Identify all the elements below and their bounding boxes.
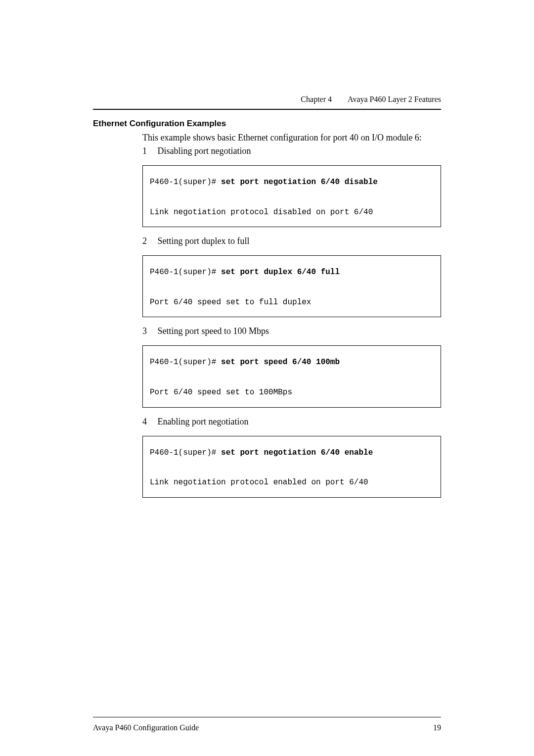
step-4-code-block: P460-1(super)# set port negotiation 6/40…	[142, 436, 441, 498]
page-footer: Avaya P460 Configuration Guide 19	[93, 723, 441, 732]
step-1-prompt-line: P460-1(super)# set port negotiation 6/40…	[150, 175, 434, 189]
step-1-output: Link negotiation protocol disabled on po…	[150, 205, 434, 220]
step-3-output: Port 6/40 speed set to 100MBps	[150, 385, 434, 400]
step-3-prompt-line: P460-1(super)# set port speed 6/40 100mb	[150, 355, 434, 370]
step-2-label: Setting port duplex to full	[158, 236, 250, 246]
step-4-blank	[150, 460, 434, 475]
step-2-code-block: P460-1(super)# set port duplex 6/40 full…	[142, 255, 441, 317]
step-4-command: set port negotiation 6/40 enable	[221, 448, 373, 457]
footer-left: Avaya P460 Configuration Guide	[93, 723, 199, 732]
step-4-num: 4	[142, 417, 155, 427]
step-1-code-block: P460-1(super)# set port negotiation 6/40…	[142, 165, 441, 227]
step-3-row: 3 Setting port speed to 100 Mbps	[142, 326, 441, 336]
step-1-label: Disabling port negotiation	[158, 146, 251, 156]
step-3-command: set port speed 6/40 100mb	[221, 358, 340, 367]
step-3-label: Setting port speed to 100 Mbps	[158, 326, 269, 336]
intro-text: This example shows basic Ethernet config…	[142, 133, 441, 143]
step-3-code-block: P460-1(super)# set port speed 6/40 100mb…	[142, 345, 441, 407]
step-3-num: 3	[142, 326, 155, 336]
step-1-num: 1	[142, 146, 155, 156]
step-1-prompt: P460-1(super)#	[150, 178, 221, 187]
step-4-output: Link negotiation protocol enabled on por…	[150, 475, 434, 490]
step-3-prompt: P460-1(super)#	[150, 358, 221, 367]
step-2-prompt-line: P460-1(super)# set port duplex 6/40 full	[150, 265, 434, 280]
step-2-num: 2	[142, 236, 155, 246]
step-2-output: Port 6/40 speed set to full duplex	[150, 295, 434, 310]
section-heading: Ethernet Configuration Examples	[93, 119, 441, 129]
step-1-row: 1 Disabling port negotiation	[142, 146, 441, 156]
step-4-prompt: P460-1(super)#	[150, 448, 221, 457]
step-2-row: 2 Setting port duplex to full	[142, 236, 441, 246]
step-2-command: set port duplex 6/40 full	[221, 268, 340, 277]
header-rule	[93, 109, 441, 110]
step-2-prompt: P460-1(super)#	[150, 268, 221, 277]
footer-rule	[93, 717, 441, 717]
step-1-blank	[150, 189, 434, 204]
step-4-prompt-line: P460-1(super)# set port negotiation 6/40…	[150, 445, 434, 460]
step-2-blank	[150, 280, 434, 295]
header-title: Avaya P460 Layer 2 Features	[348, 95, 441, 104]
step-1-command: set port negotiation 6/40 disable	[221, 178, 378, 187]
step-4-row: 4 Enabling port negotiation	[142, 417, 441, 427]
step-4-label: Enabling port negotiation	[158, 417, 249, 426]
header-chapter: Chapter 4	[301, 95, 332, 104]
step-3-blank	[150, 370, 434, 385]
footer-page-number: 19	[433, 723, 441, 732]
page-header: Chapter 4 Avaya P460 Layer 2 Features	[93, 95, 441, 104]
